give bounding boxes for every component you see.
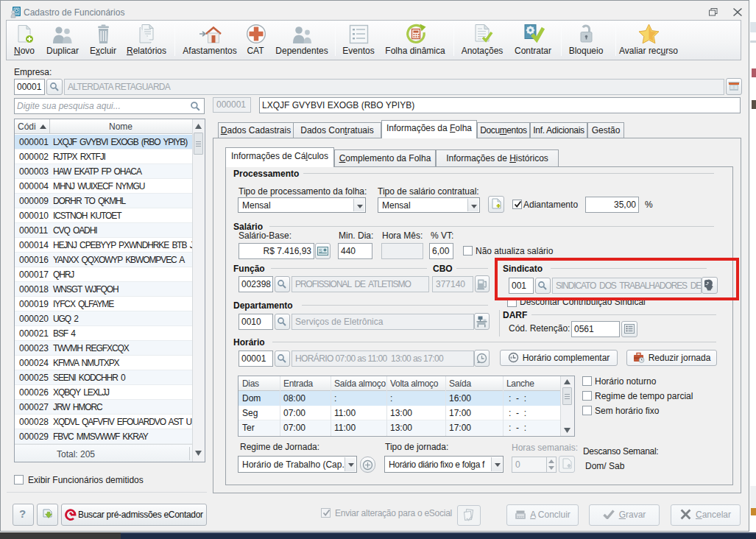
svg-text:S: S: [319, 248, 322, 253]
